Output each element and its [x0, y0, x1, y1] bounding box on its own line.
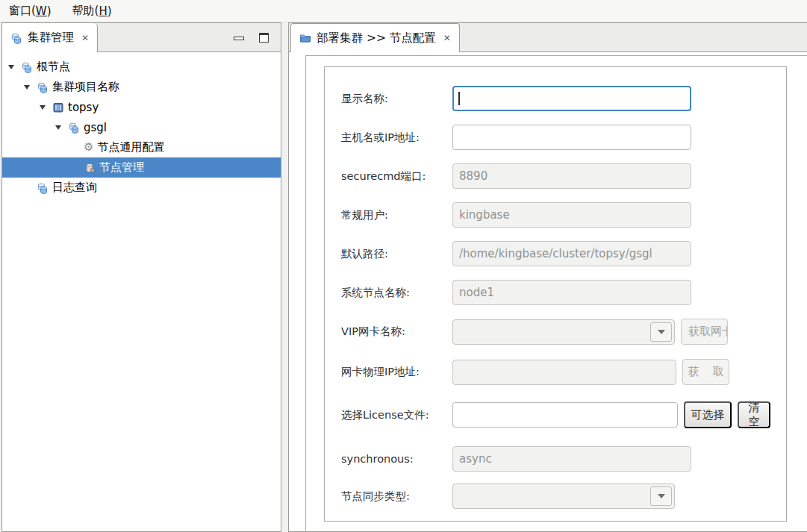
form-row-system-node-name: 系统节点名称: [341, 280, 786, 305]
tree-item-root-node[interactable]: 根节点 [2, 57, 281, 77]
tree-item-label: gsgl [84, 121, 107, 134]
form-row-default-path: 默认路径: [341, 241, 786, 266]
menu-window[interactable]: 窗口(W) [9, 4, 52, 18]
node-config-editor-view: 部署集群 >> 节点配置 ✕ 显示名称: 主机名或IP地址: securecm [288, 22, 807, 532]
chevron-down-icon[interactable] [650, 486, 672, 506]
tree-item-topsy[interactable]: topsy [2, 97, 281, 117]
tree-item-label: 日志查询 [52, 181, 97, 195]
expander-down-icon[interactable] [40, 105, 52, 110]
menu-window-mnemonic: W [36, 4, 47, 18]
menu-help-mnemonic: H [99, 4, 107, 18]
menu-help-text-end: ) [108, 4, 112, 18]
form-row-hostname-ip: 主机名或IP地址: [341, 125, 786, 150]
minimize-icon[interactable] [234, 37, 244, 40]
field-label: 节点同步类型: [341, 489, 452, 504]
hostname-ip-input[interactable] [452, 125, 691, 150]
cluster-db-icon [68, 122, 80, 134]
clear-license-button[interactable]: 清空 [738, 401, 770, 428]
display-name-input[interactable] [452, 86, 691, 111]
folder-icon [299, 32, 311, 44]
field-label: 显示名称: [341, 92, 452, 106]
editor-tab-strip: 部署集群 >> 节点配置 ✕ [289, 23, 807, 52]
menu-window-text: 窗口( [9, 4, 36, 18]
tree-item-cluster-project-name[interactable]: 集群项目名称 [2, 77, 281, 97]
field-label: synchronous: [341, 453, 452, 465]
tree-item-node-common-config[interactable]: ⚙ 节点通用配置 [2, 137, 281, 157]
form-row-node-sync-type: 节点同步类型: [341, 484, 786, 509]
netcard-physical-ip-input[interactable] [452, 360, 676, 385]
node-config-form: 显示名称: 主机名或IP地址: securecmd端口: 常规用户: [324, 66, 787, 522]
text-caret [458, 92, 460, 105]
system-node-name-input[interactable] [452, 280, 691, 305]
get-netcard-button[interactable]: 获取网卡 [681, 319, 728, 345]
tree-item-label: topsy [68, 101, 99, 114]
securecmd-port-input[interactable] [452, 163, 691, 189]
field-label: 选择License文件: [341, 408, 452, 422]
cluster-management-view: 集群管理 ✕ 根节点 集群项目名称 [1, 22, 281, 532]
tree-item-label: 节点管理 [99, 160, 144, 175]
form-row-securecmd-port: securecmd端口: [341, 163, 786, 189]
form-row-display-name: 显示名称: [341, 86, 786, 111]
cluster-db-icon [37, 182, 49, 194]
tab-deploy-cluster-node-config[interactable]: 部署集群 >> 节点配置 ✕ [290, 23, 460, 52]
menu-bar: 窗口(W) 帮助(H) [0, 0, 807, 22]
cluster-tree: 根节点 集群项目名称 topsy gsgl [2, 52, 281, 531]
project-icon [52, 101, 64, 113]
synchronous-input[interactable] [452, 446, 691, 472]
tab-label: 部署集群 >> 节点配置 [317, 31, 436, 46]
gear-icon: ⚙ [84, 142, 93, 153]
expander-down-icon[interactable] [55, 125, 68, 130]
field-label: securecmd端口: [341, 169, 452, 184]
expander-down-icon[interactable] [8, 65, 21, 69]
field-label: 主机名或IP地址: [341, 131, 452, 145]
cluster-db-icon [37, 81, 49, 93]
maximize-icon[interactable] [259, 33, 269, 43]
tree-item-node-management[interactable]: 节点管理 [2, 157, 281, 178]
form-row-synchronous: synchronous: [341, 446, 786, 472]
tab-label: 集群管理 [28, 30, 74, 46]
tree-item-label: 集群项目名称 [52, 80, 119, 94]
form-row-license-file: 选择License文件: 可选择 清空 [341, 401, 786, 428]
cluster-db-icon [21, 61, 33, 73]
tree-item-gsgl[interactable]: gsgl [2, 117, 281, 137]
menu-window-text-end: ) [47, 4, 52, 18]
field-label: 默认路径: [341, 247, 452, 261]
field-label: 系统节点名称: [341, 286, 452, 300]
field-label: 网卡物理IP地址: [341, 365, 452, 379]
get-ip-button[interactable]: 获 取 [682, 359, 729, 385]
regular-user-input[interactable] [452, 202, 691, 228]
vip-netcard-combo[interactable] [452, 319, 675, 345]
close-icon[interactable]: ✕ [443, 34, 451, 43]
editor-content: 显示名称: 主机名或IP地址: securecmd端口: 常规用户: [289, 52, 807, 531]
expander-down-icon[interactable] [24, 85, 37, 90]
field-label: 常规用户: [341, 208, 452, 222]
tree-item-log-query[interactable]: 日志查询 [2, 178, 281, 198]
tree-item-label: 节点通用配置 [97, 140, 164, 154]
tab-cluster-management[interactable]: 集群管理 ✕ [2, 23, 98, 52]
field-label: VIP网卡名称: [341, 325, 452, 339]
chevron-down-icon[interactable] [650, 322, 672, 342]
cluster-db-icon [10, 32, 22, 44]
close-icon[interactable]: ✕ [81, 34, 89, 43]
left-tab-strip: 集群管理 ✕ [2, 23, 281, 52]
node-icon [84, 162, 96, 174]
license-file-input[interactable] [452, 402, 678, 428]
node-sync-type-combo[interactable] [452, 484, 675, 509]
select-license-button[interactable]: 可选择 [684, 401, 732, 428]
form-row-regular-user: 常规用户: [341, 202, 786, 228]
tree-item-label: 根节点 [37, 60, 70, 74]
default-path-input[interactable] [452, 241, 691, 266]
menu-help-text: 帮助( [72, 4, 99, 18]
form-row-vip-netcard: VIP网卡名称: 获取网卡 [341, 319, 786, 345]
form-row-netcard-physical-ip: 网卡物理IP地址: 获 取 [341, 359, 786, 385]
menu-help[interactable]: 帮助(H) [72, 4, 112, 18]
